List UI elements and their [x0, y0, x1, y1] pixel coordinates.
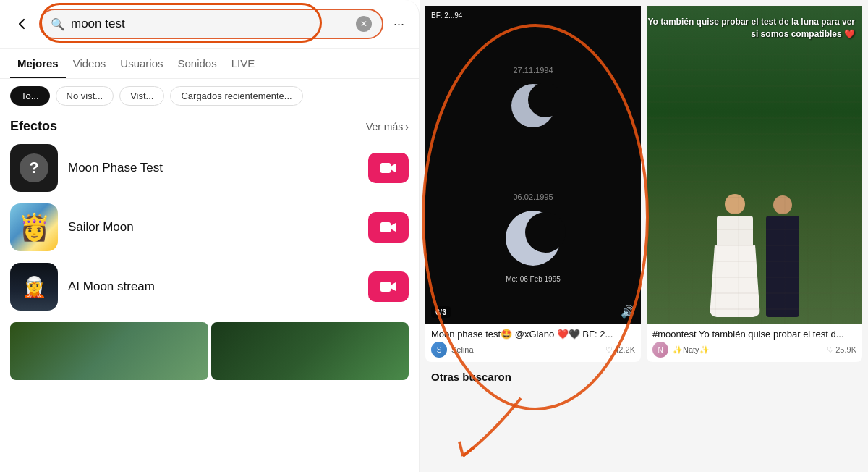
- moon-date-bottom: 06.02.1995: [501, 193, 566, 201]
- filter-chip-unviewed[interactable]: No vist...: [56, 86, 114, 106]
- search-input[interactable]: [71, 17, 350, 31]
- filter-chip-recent[interactable]: Cargados recientemente...: [170, 86, 302, 106]
- record-button-sailor-moon[interactable]: [368, 212, 409, 243]
- otras-title: Otras buscaron: [431, 371, 511, 383]
- more-button[interactable]: ···: [389, 14, 409, 35]
- tab-mejores[interactable]: Mejores: [10, 49, 66, 78]
- bottom-thumbnails: [0, 316, 419, 380]
- thumb-nature[interactable]: [211, 322, 409, 380]
- effects-section-header: Efectos Ver más ›: [0, 113, 419, 138]
- video-info-2: #moontest Yo también quise probar el tes…: [647, 324, 862, 362]
- svg-rect-2: [380, 282, 391, 292]
- video-bottom-overlay: 6/3 🔊: [431, 305, 635, 319]
- tab-live[interactable]: LIVE: [224, 49, 263, 78]
- tabs-bar: Mejores Videos Usuarios Sonidos LIVE: [0, 49, 419, 79]
- video-overlay-top: BF: 2...94: [431, 12, 462, 20]
- question-circle-icon: ?: [20, 153, 48, 182]
- effect-item-ai-moon[interactable]: 🧝 AI Moon stream: [0, 257, 419, 316]
- video-meta-1: S Selina ♡ 42.2K: [431, 342, 635, 358]
- like-count-2: ♡ 25.9K: [827, 345, 856, 355]
- tab-sonidos[interactable]: Sonidos: [170, 49, 224, 78]
- record-button-ai-moon[interactable]: [368, 271, 409, 302]
- thumb-forest[interactable]: [10, 322, 208, 380]
- filter-chips: To... No vist... Vist... Cargados recien…: [0, 79, 419, 113]
- left-panel: 🔍 ✕ ··· Mejores Videos Usuarios Sonidos …: [0, 0, 420, 472]
- video-meta-2: N ✨Naty✨ ♡ 25.9K: [652, 342, 856, 358]
- video-title-1: Moon phase test🤩 @xGiano ❤️🖤 BF: 2...: [431, 329, 635, 340]
- effect-name-sailor-moon: Sailor Moon: [68, 220, 358, 235]
- video-card-2[interactable]: Yo también quise probar el test de la lu…: [647, 6, 862, 362]
- video-counter: 6/3: [431, 306, 451, 318]
- avatar-selina: S: [431, 342, 447, 358]
- record-button-moon-phase[interactable]: [368, 153, 409, 183]
- avatar-naty: N: [652, 342, 668, 358]
- effect-name-moon-phase: Moon Phase Test: [68, 161, 358, 175]
- search-icon: 🔍: [51, 17, 65, 31]
- stone-wall-texture: [647, 6, 862, 324]
- video-wedding: Yo también quise probar el test de la lu…: [647, 6, 862, 324]
- search-bar: 🔍 ✕ ···: [0, 0, 419, 49]
- moon-image-bottom: [501, 206, 566, 271]
- effect-thumb-sailor-moon: 👸: [10, 203, 58, 251]
- tab-videos[interactable]: Videos: [66, 49, 114, 78]
- like-count-1: ♡ 42.2K: [605, 345, 635, 355]
- sailor-moon-emoji-icon: 👸: [18, 212, 51, 243]
- me-label: Me: 06 Feb 1995: [501, 275, 566, 283]
- author-name-2: ✨Naty✨: [673, 345, 822, 355]
- video-title-2: #moontest Yo también quise probar el tes…: [652, 329, 856, 340]
- right-panel: BF: 2...94 27.11.1994 06.02.1995: [420, 0, 868, 472]
- filter-chip-viewed[interactable]: Vist...: [119, 86, 164, 106]
- effect-thumb-ai-moon: 🧝: [10, 263, 58, 311]
- filter-chip-all[interactable]: To...: [10, 86, 50, 106]
- video-moon-phase: BF: 2...94 27.11.1994 06.02.1995: [425, 6, 641, 324]
- moon-image-top: [508, 80, 558, 131]
- effect-name-ai-moon: AI Moon stream: [68, 279, 358, 294]
- svg-point-6: [525, 212, 566, 253]
- heart-icon-2: ♡: [827, 345, 834, 355]
- ver-mas-button[interactable]: Ver más ›: [366, 121, 409, 132]
- effects-title: Efectos: [10, 119, 57, 134]
- otras-buscaron-section: Otras buscaron: [425, 368, 862, 387]
- effect-thumb-moon-phase: ?: [10, 144, 58, 192]
- effect-item-moon-phase[interactable]: ? Moon Phase Test: [0, 138, 419, 198]
- ai-moon-icon: 🧝: [22, 275, 47, 299]
- video-moon-content: BF: 2...94 27.11.1994 06.02.1995: [425, 6, 641, 324]
- videos-row: BF: 2...94 27.11.1994 06.02.1995: [425, 6, 862, 362]
- effect-item-sailor-moon[interactable]: 👸 Sailor Moon: [0, 198, 419, 257]
- volume-icon[interactable]: 🔊: [621, 305, 635, 319]
- clear-button[interactable]: ✕: [356, 16, 372, 32]
- tab-usuarios[interactable]: Usuarios: [113, 49, 170, 78]
- moon-date-top: 27.11.1994: [508, 66, 558, 75]
- author-name-1: Selina: [451, 345, 601, 354]
- svg-rect-0: [380, 163, 391, 173]
- heart-icon-1: ♡: [605, 345, 613, 355]
- search-input-wrapper: 🔍 ✕: [39, 9, 383, 39]
- svg-rect-1: [380, 222, 391, 232]
- back-button[interactable]: [10, 12, 33, 35]
- video-info-1: Moon phase test🤩 @xGiano ❤️🖤 BF: 2... S …: [425, 324, 641, 362]
- video-card-1[interactable]: BF: 2...94 27.11.1994 06.02.1995: [425, 6, 641, 362]
